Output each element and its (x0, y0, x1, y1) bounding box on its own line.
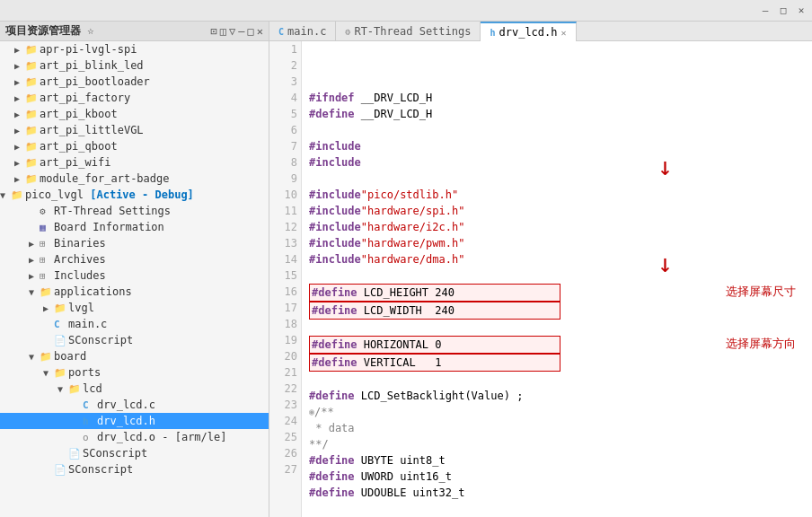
view-menu-icon[interactable]: ▽ (229, 25, 235, 38)
item-icon: ⊞ (40, 254, 54, 266)
tree-item-applications[interactable]: ▼📁applications (0, 284, 269, 300)
tab-rt-thread-settings[interactable]: ⚙RT-Thread Settings (336, 22, 481, 41)
tree-item-main-c[interactable]: Cmain.c (0, 316, 269, 332)
tree-item-drv_lcd-o[interactable]: odrv_lcd.o - [arm/le] (0, 429, 269, 445)
maximize-icon[interactable]: □ (776, 4, 790, 18)
code-line-18 (309, 372, 805, 388)
expand-arrow: ▶ (14, 45, 25, 55)
code-line-21: * data (309, 420, 805, 436)
item-label: art_pi_blink_led (40, 59, 144, 72)
item-icon: 📁 (25, 44, 40, 56)
code-line-1: #ifndef __DRV_LCD_H (309, 90, 805, 106)
item-icon: ⊞ (40, 238, 54, 250)
tab-icon: C (278, 27, 284, 37)
item-icon: h (83, 416, 97, 427)
item-label: art_pi_factory (40, 92, 130, 104)
code-editor[interactable]: 1234567891011121314151617181920212223242… (269, 41, 812, 517)
line-number: 20 (273, 348, 297, 364)
tree-item-board[interactable]: ▼📁board (0, 348, 269, 364)
tab-drv-lcd-h[interactable]: hdrv_lcd.h✕ (481, 22, 576, 41)
code-line-12 (309, 267, 805, 284)
tree-item-art_pi_factory[interactable]: ▶📁art_pi_factory (0, 90, 269, 106)
item-icon: 📄 (68, 448, 83, 460)
tree-item-binaries[interactable]: ▶⊞Binaries (0, 235, 269, 251)
tree-item-lvgl[interactable]: ▶📁lvgl (0, 300, 269, 316)
tree-item-drv_lcd-c[interactable]: Cdrv_lcd.c (0, 397, 269, 413)
collapse-all-icon[interactable]: ⊡ (211, 25, 217, 38)
code-line-25: #define UDOUBLE uint32_t (309, 485, 805, 501)
panel-header-title: 项目资源管理器 ☆ (5, 23, 93, 39)
code-line-8: #include "hardware/spi.h" (309, 203, 805, 219)
item-icon: 📁 (54, 367, 68, 379)
line-number: 10 (273, 187, 297, 203)
tree-item-art_pi_blink_led[interactable]: ▶📁art_pi_blink_led (0, 57, 269, 74)
link-with-editor-icon[interactable]: ◫ (220, 25, 226, 38)
item-icon: 📄 (54, 335, 68, 346)
tree-item-includes[interactable]: ▶⊞Includes (0, 267, 269, 284)
tree-item-apr-pi-lvgl-spi[interactable]: ▶📁apr-pi-lvgl-spi (0, 41, 269, 57)
item-label: RT-Thread Settings (54, 205, 171, 217)
expand-arrow: ▶ (14, 61, 25, 71)
expand-arrow: ▶ (43, 303, 54, 313)
tab-main-c[interactable]: Cmain.c (269, 22, 336, 41)
close-icon[interactable]: ✕ (794, 4, 808, 18)
item-icon: ⊞ (40, 270, 54, 282)
item-label: art_pi_littleVGL (40, 124, 144, 136)
code-line-9: #include "hardware/i2c.h" (309, 219, 805, 235)
maximize-panel-icon[interactable]: □ (248, 25, 254, 38)
highlighted-code: #define LCD_WIDTH 240 (309, 302, 560, 320)
item-icon: 📁 (40, 351, 54, 363)
minimize-panel-icon[interactable]: — (238, 25, 244, 38)
item-icon: 📁 (25, 109, 40, 120)
line-number: 15 (273, 267, 297, 284)
tree-item-rt-thread-settings[interactable]: ⚙RT-Thread Settings (0, 203, 269, 219)
tree-item-lcd[interactable]: ▼📁lcd (0, 381, 269, 397)
tree-item-sconscript1[interactable]: 📄SConscript (0, 332, 269, 348)
code-line-7: #include "pico/stdlib.h" (309, 187, 805, 203)
close-panel-icon[interactable]: ✕ (257, 25, 263, 38)
item-icon: ▦ (40, 222, 54, 233)
collapse-arrow: ▼ (29, 352, 40, 362)
collapse-arrow: ▼ (29, 287, 40, 297)
tree-item-sconscript3[interactable]: 📄SConscript (0, 461, 269, 478)
tree-item-art_pi_qboot[interactable]: ▶📁art_pi_qboot (0, 138, 269, 154)
line-number: 26 (273, 445, 297, 461)
tree-item-art_pi_wifi[interactable]: ▶📁art_pi_wifi (0, 154, 269, 171)
line-number: 24 (273, 413, 297, 429)
line-number: 27 (273, 461, 297, 478)
editor-panel: Cmain.c⚙RT-Thread Settingshdrv_lcd.h✕ 12… (269, 22, 812, 517)
item-label: art_pi_bootloader (40, 75, 150, 88)
expand-arrow: ▶ (29, 255, 40, 265)
tree-item-archives[interactable]: ▶⊞Archives (0, 251, 269, 267)
expand-arrow: ▶ (14, 142, 25, 152)
project-tree: ▶📁apr-pi-lvgl-spi▶📁art_pi_blink_led▶📁art… (0, 41, 269, 517)
item-label: SConscript (83, 447, 147, 460)
tab-bar: Cmain.c⚙RT-Thread Settingshdrv_lcd.h✕ (269, 22, 812, 41)
tab-label: main.c (287, 25, 326, 38)
code-line-4: #include (309, 138, 805, 154)
line-number: 22 (273, 381, 297, 397)
tree-item-board-information[interactable]: ▦Board Information (0, 219, 269, 235)
tree-item-ports[interactable]: ▼📁ports (0, 364, 269, 381)
code-line-22: **/ (309, 436, 805, 452)
code-line-20: ◉/** (309, 404, 805, 420)
expand-arrow: ▶ (14, 174, 25, 184)
tree-item-art_pi_kboot[interactable]: ▶📁art_pi_kboot (0, 106, 269, 122)
tab-close-icon[interactable]: ✕ (561, 28, 567, 38)
tree-item-art_pi_littleVGL[interactable]: ▶📁art_pi_littleVGL (0, 122, 269, 138)
tree-item-pico_lvgl[interactable]: ▼📁pico_lvgl [Active - Debug] (0, 187, 269, 203)
expand-arrow: ▶ (14, 126, 25, 136)
item-icon: 📁 (25, 173, 40, 185)
code-line-17: #define VERTICAL 1 (309, 354, 805, 372)
item-label: lcd (83, 382, 102, 395)
tree-item-module_for_art-badge[interactable]: ▶📁module_for_art-badge (0, 171, 269, 187)
item-label: art_pi_wifi (40, 156, 110, 169)
item-label: module_for_art-badge (40, 172, 170, 185)
minimize-icon[interactable]: — (758, 4, 772, 18)
item-icon: C (83, 399, 97, 411)
tree-item-sconscript2[interactable]: 📄SConscript (0, 445, 269, 461)
item-icon: 📁 (25, 60, 40, 72)
tree-item-drv_lcd-h[interactable]: hdrv_lcd.h (0, 413, 269, 429)
tree-item-art_pi_bootloader[interactable]: ▶📁art_pi_bootloader (0, 74, 269, 90)
highlighted-code: #define VERTICAL 1 (309, 354, 560, 372)
